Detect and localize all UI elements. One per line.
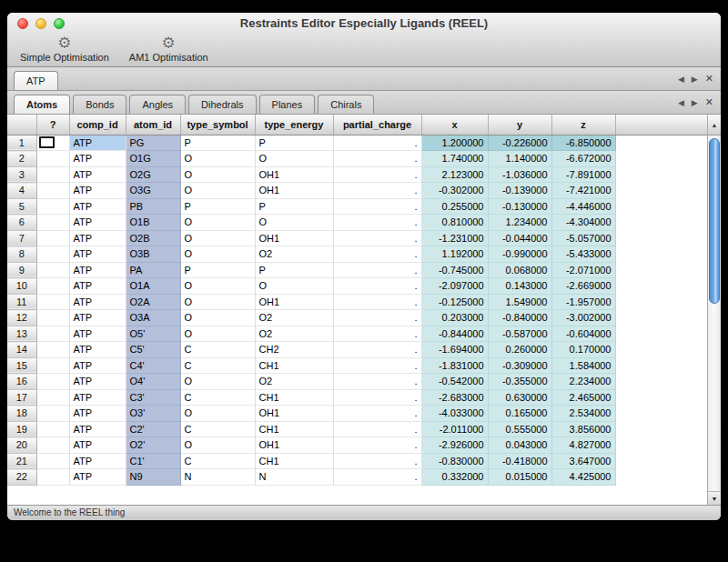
cell-partial-charge[interactable]: . xyxy=(333,246,421,263)
cell-type-symbol[interactable]: O xyxy=(180,278,255,295)
table-row[interactable]: 21ATPC1'CCH1.-0.830000-0.4180003.647000 xyxy=(7,453,707,469)
cell-type-energy[interactable]: OH1 xyxy=(255,437,333,454)
cell-z[interactable]: 3.647000 xyxy=(551,453,615,469)
cell-type-energy[interactable]: P xyxy=(255,135,333,151)
cell-flag[interactable] xyxy=(36,374,69,390)
cell-y[interactable]: 0.165000 xyxy=(488,406,551,422)
cell-z[interactable]: 1.584000 xyxy=(551,357,615,374)
cell-type-symbol[interactable]: O xyxy=(180,215,255,231)
cell-flag[interactable] xyxy=(36,183,69,199)
cell-comp-id[interactable]: ATP xyxy=(69,421,126,437)
cell-comp-id[interactable]: ATP xyxy=(69,135,126,151)
table-row[interactable]: 14ATPC5'CCH2.-1.6940000.2600000.170000 xyxy=(7,342,707,358)
cell-z[interactable]: -7.891000 xyxy=(551,166,615,183)
cell-y[interactable]: -0.226000 xyxy=(488,135,551,151)
cell-flag[interactable] xyxy=(36,215,69,231)
cell-atom-id[interactable]: C4' xyxy=(126,357,180,374)
tab-atp[interactable]: ATP xyxy=(14,71,58,90)
cell-flag[interactable] xyxy=(36,421,69,437)
cell-y[interactable]: 0.043000 xyxy=(488,437,551,454)
table-row[interactable]: 5ATPPBPP.0.255000-0.130000-4.446000 xyxy=(7,198,707,215)
cell-type-energy[interactable]: OH1 xyxy=(255,294,333,310)
cell-type-symbol[interactable]: O xyxy=(180,326,255,342)
table-row[interactable]: 4ATPO3GOOH1.-0.302000-0.139000-7.421000 xyxy=(7,183,707,199)
cell-comp-id[interactable]: ATP xyxy=(69,151,126,167)
cell-z[interactable]: -4.446000 xyxy=(551,198,615,215)
cell-type-energy[interactable]: O2 xyxy=(255,326,333,342)
tab-atoms[interactable]: Atoms xyxy=(14,95,70,114)
cell-x[interactable]: -4.033000 xyxy=(421,406,488,422)
cell-atom-id[interactable]: PA xyxy=(126,262,180,278)
cell-y[interactable]: 1.549000 xyxy=(488,294,551,310)
cell-partial-charge[interactable]: . xyxy=(333,326,421,342)
tab-planes[interactable]: Planes xyxy=(259,95,316,114)
cell-flag[interactable] xyxy=(36,389,69,406)
cell-atom-id[interactable]: C3' xyxy=(126,389,180,406)
cell-y[interactable]: 0.015000 xyxy=(488,469,551,486)
cell-partial-charge[interactable]: . xyxy=(333,198,421,215)
cell-editor[interactable] xyxy=(39,136,55,148)
cell-type-symbol[interactable]: P xyxy=(180,262,255,278)
cell-comp-id[interactable]: ATP xyxy=(69,278,126,295)
table-row[interactable]: 10ATPO1AOO.-2.0970000.143000-2.669000 xyxy=(7,278,707,295)
cell-type-symbol[interactable]: C xyxy=(180,357,255,374)
cell-comp-id[interactable]: ATP xyxy=(69,262,126,278)
cell-type-symbol[interactable]: N xyxy=(180,469,255,486)
vertical-scrollbar[interactable]: ▲ ▼ xyxy=(707,115,721,505)
cell-flag[interactable] xyxy=(36,437,69,454)
cell-type-symbol[interactable]: P xyxy=(180,198,255,215)
table-row[interactable]: 12ATPO3AOO2.0.203000-0.840000-3.002000 xyxy=(7,310,707,326)
cell-z[interactable]: 4.425000 xyxy=(551,469,615,486)
cell-atom-id[interactable]: O3G xyxy=(126,183,180,199)
cell-partial-charge[interactable]: . xyxy=(333,215,421,231)
cell-partial-charge[interactable]: . xyxy=(333,469,421,486)
cell-flag[interactable] xyxy=(36,262,69,278)
cell-x[interactable]: 1.192000 xyxy=(421,246,488,263)
cell-type-energy[interactable]: O xyxy=(255,278,333,295)
table-row[interactable]: 2ATPO1GOO.1.7400001.140000-6.672000 xyxy=(7,151,707,167)
cell-partial-charge[interactable]: . xyxy=(333,183,421,199)
cell-flag[interactable] xyxy=(36,230,69,246)
cell-z[interactable]: -6.850000 xyxy=(551,135,615,151)
cell-partial-charge[interactable]: . xyxy=(333,374,421,390)
cell-flag[interactable] xyxy=(36,278,69,295)
cell-type-energy[interactable]: O2 xyxy=(255,374,333,390)
cell-y[interactable]: -0.355000 xyxy=(488,374,551,390)
cell-x[interactable]: -2.011000 xyxy=(421,421,488,437)
cell-type-symbol[interactable]: O xyxy=(180,183,255,199)
cell-flag[interactable] xyxy=(36,198,69,215)
cell-partial-charge[interactable]: . xyxy=(333,357,421,374)
cell-type-energy[interactable]: CH1 xyxy=(255,453,333,469)
tab-scroll-left-icon[interactable]: ◀ xyxy=(678,98,684,107)
cell-atom-id[interactable]: O2G xyxy=(126,166,180,183)
col-header-type-energy[interactable]: type_energy xyxy=(255,115,333,135)
cell-y[interactable]: 0.068000 xyxy=(488,262,551,278)
cell-z[interactable]: -3.002000 xyxy=(551,310,615,326)
table-row[interactable]: 17ATPC3'CCH1.-2.6830000.6300002.465000 xyxy=(7,389,707,406)
cell-comp-id[interactable]: ATP xyxy=(69,198,126,215)
cell-atom-id[interactable]: C1' xyxy=(126,453,180,469)
cell-y[interactable]: -0.139000 xyxy=(488,183,551,199)
titlebar[interactable]: Restraints Editor Especially Ligands (RE… xyxy=(7,13,721,35)
cell-y[interactable]: -1.036000 xyxy=(488,166,551,183)
table-row[interactable]: 22ATPN9NN.0.3320000.0150004.425000 xyxy=(7,469,707,486)
cell-z[interactable]: -0.604000 xyxy=(551,326,615,342)
cell-type-energy[interactable]: CH2 xyxy=(255,342,333,358)
cell-z[interactable]: -5.433000 xyxy=(551,246,615,263)
scrollbar-thumb[interactable] xyxy=(709,138,720,304)
cell-type-symbol[interactable]: C xyxy=(180,453,255,469)
cell-z[interactable]: -7.421000 xyxy=(551,183,615,199)
cell-partial-charge[interactable]: . xyxy=(333,421,421,437)
cell-atom-id[interactable]: O2A xyxy=(126,294,180,310)
cell-y[interactable]: -0.990000 xyxy=(488,246,551,263)
cell-partial-charge[interactable]: . xyxy=(333,406,421,422)
cell-comp-id[interactable]: ATP xyxy=(69,326,126,342)
table-row[interactable]: 8ATPO3BOO2.1.192000-0.990000-5.433000 xyxy=(7,246,707,263)
table-row[interactable]: 6ATPO1BOO.0.8100001.234000-4.304000 xyxy=(7,215,707,231)
cell-flag[interactable] xyxy=(36,151,69,167)
cell-type-symbol[interactable]: O xyxy=(180,151,255,167)
cell-atom-id[interactable]: PB xyxy=(126,198,180,215)
table-row[interactable]: 11ATPO2AOOH1.-0.1250001.549000-1.957000 xyxy=(7,294,707,310)
table-row[interactable]: 18ATPO3'OOH1.-4.0330000.1650002.534000 xyxy=(7,406,707,422)
cell-z[interactable]: 4.827000 xyxy=(551,437,615,454)
